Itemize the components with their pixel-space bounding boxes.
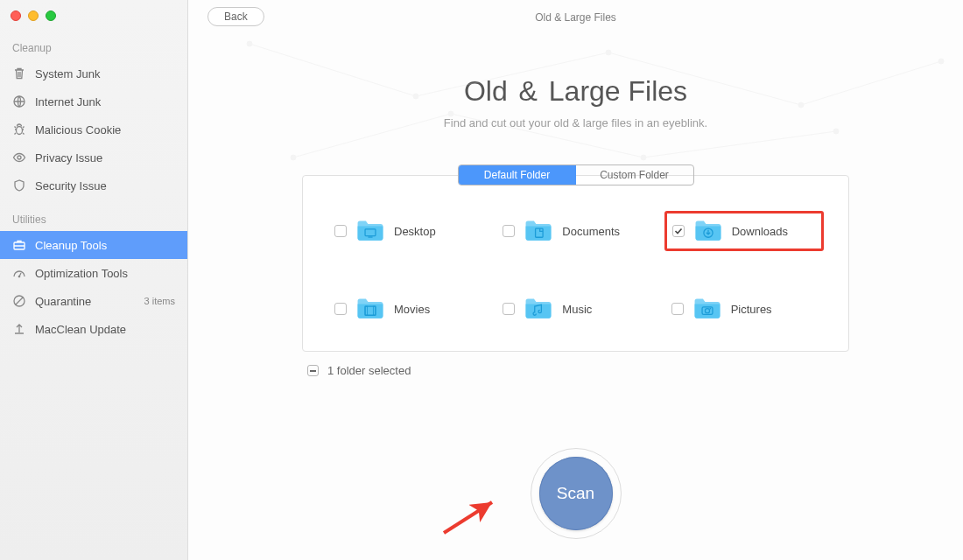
sidebar-item-malicious-cookie[interactable]: Malicious Cookie	[0, 116, 187, 144]
sidebar-item-cleanup-tools[interactable]: Cleanup Tools	[0, 231, 187, 259]
svg-point-2	[18, 156, 21, 159]
folder-icon	[692, 297, 722, 321]
sidebar-section-utilities: Utilities	[0, 208, 187, 231]
window-title: Old & Large Files	[535, 11, 616, 24]
svg-rect-23	[368, 236, 372, 237]
folder-checkbox[interactable]	[503, 303, 515, 315]
scan-area: Scan	[531, 448, 622, 539]
folder-panel: DesktopDocumentsDownloadsMoviesMusicPict…	[302, 175, 849, 352]
main-panel: Back Old & Large Files Old & Large Files…	[188, 0, 963, 560]
folder-mode-tabs: Default Folder Custom Folder	[458, 164, 694, 186]
folder-label: Pictures	[731, 303, 772, 316]
svg-point-31	[709, 308, 711, 310]
scan-button[interactable]: Scan	[539, 457, 613, 530]
select-all-checkbox[interactable]	[307, 365, 319, 376]
folder-item-downloads[interactable]: Downloads	[664, 211, 824, 251]
minimize-window-button[interactable]	[28, 10, 39, 21]
folder-icon	[355, 219, 385, 243]
sidebar-item-label: Internet Junk	[35, 95, 175, 108]
briefcase-icon	[12, 238, 26, 252]
folder-grid: DesktopDocumentsDownloadsMoviesMusicPict…	[327, 211, 824, 328]
sidebar-item-optimization-tools[interactable]: Optimization Tools	[0, 259, 187, 287]
sidebar-item-label: Privacy Issue	[35, 151, 175, 164]
zoom-window-button[interactable]	[46, 10, 56, 21]
page-subtitle: Find and cut out your old & large files …	[188, 116, 963, 130]
folder-icon	[524, 297, 553, 321]
folder-checkbox[interactable]	[672, 225, 685, 237]
folder-icon	[524, 219, 553, 243]
svg-point-20	[641, 155, 646, 160]
trash-icon	[12, 66, 26, 80]
folder-item-pictures[interactable]: Pictures	[664, 290, 824, 328]
folder-checkbox[interactable]	[334, 225, 347, 237]
folder-label: Music	[562, 303, 592, 316]
sidebar-item-label: Security Issue	[35, 179, 175, 192]
sidebar-item-badge: 3 items	[144, 296, 175, 306]
globe-icon	[12, 94, 26, 108]
svg-point-1	[17, 127, 23, 135]
folder-label: Documents	[562, 225, 620, 238]
folder-item-documents[interactable]: Documents	[496, 211, 655, 251]
eye-icon	[12, 150, 26, 164]
quarantine-icon	[12, 294, 26, 308]
folder-item-movies[interactable]: Movies	[327, 290, 487, 328]
svg-point-4	[18, 276, 19, 276]
svg-point-18	[291, 155, 296, 160]
tab-custom-folder[interactable]: Custom Folder	[576, 165, 693, 185]
page-hero: Old & Large Files Find and cut out your …	[188, 35, 963, 130]
close-window-button[interactable]	[11, 10, 21, 21]
sidebar-item-label: Quarantine	[35, 295, 136, 308]
sidebar-item-privacy-issue[interactable]: Privacy Issue	[0, 144, 187, 172]
selection-summary-text: 1 folder selected	[327, 364, 411, 377]
back-button[interactable]: Back	[207, 7, 264, 26]
topbar: Back Old & Large Files	[188, 0, 963, 35]
upload-icon	[12, 322, 26, 336]
sidebar-item-label: Malicious Cookie	[35, 123, 175, 136]
shield-icon	[12, 178, 26, 192]
window-traffic-lights	[0, 0, 187, 37]
svg-line-12	[643, 131, 836, 158]
sidebar: Cleanup System Junk Internet Junk Malici…	[0, 0, 188, 560]
folder-label: Movies	[394, 303, 430, 316]
page-title: Old & Large Files	[188, 75, 963, 108]
svg-line-32	[444, 502, 492, 533]
folder-icon	[355, 297, 385, 321]
sidebar-section-cleanup: Cleanup	[0, 37, 187, 60]
folder-item-music[interactable]: Music	[496, 290, 655, 328]
selection-summary-row: 1 folder selected	[302, 364, 849, 377]
sidebar-item-internet-junk[interactable]: Internet Junk	[0, 88, 187, 116]
callout-arrow-icon	[439, 494, 510, 537]
folder-checkbox[interactable]	[334, 303, 347, 315]
bug-icon	[12, 122, 26, 136]
folder-checkbox[interactable]	[503, 225, 515, 237]
sidebar-item-label: MacClean Update	[35, 323, 175, 336]
sidebar-item-label: Cleanup Tools	[35, 239, 175, 252]
sidebar-item-quarantine[interactable]: Quarantine 3 items	[0, 287, 187, 315]
sidebar-item-security-issue[interactable]: Security Issue	[0, 172, 187, 200]
sidebar-item-macclean-update[interactable]: MacClean Update	[0, 315, 187, 343]
folder-checkbox[interactable]	[671, 303, 684, 315]
sidebar-item-label: Optimization Tools	[35, 267, 175, 280]
folder-icon	[693, 219, 723, 243]
scan-ring: Scan	[531, 448, 622, 539]
folder-item-desktop[interactable]: Desktop	[327, 211, 487, 251]
gauge-icon	[12, 266, 26, 280]
sidebar-item-label: System Junk	[35, 67, 175, 80]
folder-label: Desktop	[394, 225, 436, 238]
folder-label: Downloads	[732, 225, 788, 238]
sidebar-item-system-junk[interactable]: System Junk	[0, 60, 187, 88]
tab-default-folder[interactable]: Default Folder	[459, 165, 576, 185]
